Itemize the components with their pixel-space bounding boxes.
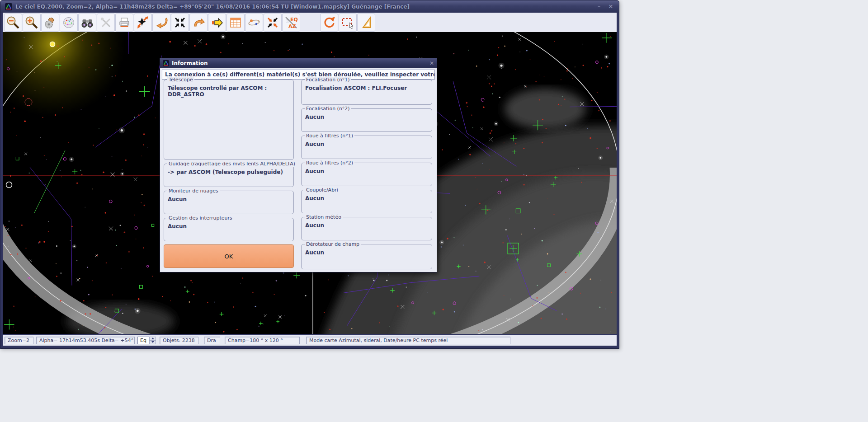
group-focuser-1: Focalisation (n°1) Focalisation ASCOM : … xyxy=(301,80,432,105)
recenter-star-button[interactable] xyxy=(134,14,152,32)
status-coordinates: Alpha= 17h14m53.405s Delta= +54°36'11.43… xyxy=(36,337,135,344)
crossed-tools-icon xyxy=(99,16,113,29)
close-button[interactable]: ✕ xyxy=(607,3,614,10)
flip-arrow-icon xyxy=(155,16,168,29)
step-arrow-icon xyxy=(210,16,224,29)
frame-spinner-down[interactable] xyxy=(149,340,156,344)
information-dialog: Information ✕ La connexion à ce(s) diffe… xyxy=(160,58,437,272)
group-guiding: Guidage (raquettage des mvts lents ALPHA… xyxy=(164,164,294,187)
collapse-sky-button[interactable] xyxy=(264,14,282,32)
flip-view-button[interactable] xyxy=(152,14,170,32)
zoom-in-button[interactable] xyxy=(23,14,41,32)
group-filter-wheel-2: Roue à filtres (n°2) Aucun xyxy=(301,163,432,186)
measure-angle-button[interactable] xyxy=(357,14,375,32)
frame-spinner-up[interactable] xyxy=(149,337,156,341)
dialog-left-column: Telescope Télescope controllé par ASCOM … xyxy=(164,80,294,268)
cardinal-point-marker xyxy=(6,182,12,188)
group-telescope: Telescope Télescope controllé par ASCOM … xyxy=(164,80,294,160)
status-zoom: Zoom=2 xyxy=(5,337,33,344)
selection-rect-icon xyxy=(341,16,354,29)
svg-text:EQ: EQ xyxy=(290,17,298,23)
status-bar: Zoom=2 Alpha= 17h14m53.405s Delta= +54°3… xyxy=(3,335,617,346)
group-focuser-2: Focalisation (n°2) Aucun xyxy=(301,108,432,132)
group-cloud-monitor: Moniteur de nuages Aucun xyxy=(164,191,294,214)
settings-gears-button[interactable] xyxy=(41,14,59,32)
group-weather-station: Station météo Aucun xyxy=(301,217,432,240)
recenter-star-icon xyxy=(136,16,150,29)
dialog-title: Information xyxy=(172,60,208,66)
gears-icon xyxy=(43,16,57,29)
celestial-sphere-button[interactable] xyxy=(60,14,78,32)
dialog-message: La connexion à ce(s) different(s) matéri… xyxy=(162,70,435,80)
dialog-titlebar[interactable]: Information ✕ xyxy=(160,58,437,68)
zoom-out-icon xyxy=(6,16,20,29)
dialog-close-button[interactable]: ✕ xyxy=(429,60,434,66)
sun xyxy=(3,32,125,117)
solar-system-icon xyxy=(247,16,261,29)
ecliptic-line xyxy=(34,150,65,213)
ok-button[interactable]: OK xyxy=(164,244,294,268)
dialog-right-column: Focalisation (n°1) Focalisation ASCOM : … xyxy=(301,80,432,269)
status-objects: Objets: 2238 xyxy=(160,337,198,344)
restore-arrow-icon xyxy=(192,16,205,29)
group-filter-wheel-1: Roue à filtres (n°1) Aucun xyxy=(301,136,432,159)
status-constellation: Dra xyxy=(204,337,220,344)
selection-zone-button[interactable] xyxy=(339,14,357,32)
dialog-logo-icon xyxy=(163,60,169,66)
step-forward-button[interactable] xyxy=(208,14,226,32)
group-switches: Gestion des interrupteurs Aucun xyxy=(164,218,294,241)
zoom-in-icon xyxy=(25,16,38,29)
celestial-sphere-icon xyxy=(62,16,75,29)
solar-system-button[interactable] xyxy=(245,14,263,32)
svg-text:AZ: AZ xyxy=(288,23,296,29)
collapse-arrows-icon xyxy=(173,16,187,29)
minimize-button[interactable]: – xyxy=(595,3,603,10)
status-field: Champ=180 ° x 120 ° xyxy=(225,337,300,344)
collapse-sky-icon xyxy=(266,16,279,29)
frame-value[interactable]: Eq xyxy=(137,337,149,344)
window-titlebar[interactable]: Le ciel EQ.2000, Zoom=2, Alpha= 11h48m28… xyxy=(0,0,619,13)
table-icon xyxy=(229,16,242,29)
app-logo-icon xyxy=(5,3,12,10)
window-title: Le ciel EQ.2000, Zoom=2, Alpha= 11h48m28… xyxy=(15,4,410,10)
printer-icon xyxy=(118,16,131,29)
app-window: Le ciel EQ.2000, Zoom=2, Alpha= 11h48m28… xyxy=(0,0,619,349)
restore-view-button[interactable] xyxy=(189,14,208,32)
zoom-out-button[interactable] xyxy=(4,14,22,32)
group-derotator: Dérotateur de champ Aucun xyxy=(301,244,432,269)
tools-disabled-button xyxy=(97,14,115,32)
ephemeris-table-button[interactable] xyxy=(226,14,245,32)
rotation-arrow-icon xyxy=(322,16,336,29)
eq-az-icon: EQ AZ xyxy=(284,16,298,29)
set-square-icon xyxy=(359,16,373,29)
print-button[interactable] xyxy=(115,14,133,32)
collapse-view-button[interactable] xyxy=(171,14,189,32)
eq-az-toggle-button[interactable]: EQ AZ xyxy=(282,14,300,32)
frame-selector[interactable]: Eq xyxy=(137,337,156,344)
binoculars-icon xyxy=(80,16,94,29)
group-dome: Coupole/Abri Aucun xyxy=(301,190,432,213)
main-toolbar: EQ AZ xyxy=(3,13,617,32)
field-rotation-button[interactable] xyxy=(320,14,338,32)
status-mode: Mode carte Azimutal, sideral, Date/heure… xyxy=(306,337,510,344)
binoculars-button[interactable] xyxy=(78,14,96,32)
